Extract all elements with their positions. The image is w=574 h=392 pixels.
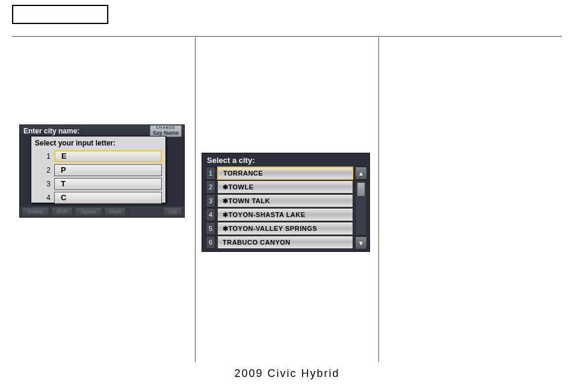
delete-button[interactable]: Delete: [22, 207, 49, 216]
horizontal-rule: [12, 36, 562, 37]
city-num: 2: [206, 180, 215, 194]
column-3: [378, 37, 562, 362]
input-letter-row[interactable]: 1 E: [35, 150, 162, 162]
top-box: [12, 5, 108, 24]
input-letter-popup: Select your input letter: 1 E 2 P 3 T 4 …: [31, 136, 166, 203]
city-cell[interactable]: ✱TOWN TALK: [217, 194, 353, 207]
ss2-title: Select a city:: [206, 155, 367, 167]
scroll-up-icon[interactable]: ▲: [355, 167, 367, 180]
say-name-button[interactable]: CHANGE Say Name: [150, 125, 182, 137]
input-letter-row[interactable]: 4 C: [35, 191, 162, 204]
column-2: Select a city: 1 TORRANCE 2 ✱TOWLE 3 ✱TO…: [195, 37, 378, 362]
city-row[interactable]: 5 ✱TOYON-VALLEY SPRINGS: [206, 222, 353, 235]
city-cell[interactable]: TORRANCE: [217, 167, 353, 180]
input-letter-cell[interactable]: P: [54, 164, 162, 176]
input-letter-num: 3: [35, 180, 54, 188]
input-letter-num: 4: [35, 194, 54, 202]
city-row[interactable]: 2 ✱TOWLE: [206, 180, 353, 194]
city-cell[interactable]: ✱TOYON-SHASTA LAKE: [217, 208, 353, 221]
ss1-title: Enter city name:: [23, 127, 79, 135]
scroll-down-icon[interactable]: ▼: [355, 236, 367, 250]
city-cell[interactable]: ✱TOYON-VALLEY SPRINGS: [217, 222, 353, 235]
shift-button[interactable]: Shift: [51, 207, 73, 216]
input-letter-cell[interactable]: T: [54, 178, 162, 190]
city-row[interactable]: 6 TRABUCO CANYON: [206, 236, 353, 249]
city-num: 4: [206, 208, 215, 221]
city-row[interactable]: 4 ✱TOYON-SHASTA LAKE: [206, 208, 353, 221]
input-letter-row[interactable]: 3 T: [35, 177, 162, 190]
scroll-thumb[interactable]: [357, 182, 365, 197]
input-letter-num: 2: [35, 166, 54, 174]
input-letter-cell[interactable]: C: [54, 192, 162, 204]
city-row[interactable]: 1 TORRANCE: [206, 167, 353, 180]
column-1: Enter city name: CHANGE Say Name Select …: [12, 37, 195, 362]
city-row[interactable]: 3 ✱TOWN TALK: [206, 194, 353, 207]
city-num: 3: [206, 194, 215, 207]
space-button[interactable]: Space: [75, 207, 102, 216]
columns: Enter city name: CHANGE Say Name Select …: [12, 37, 562, 362]
city-list: 1 TORRANCE 2 ✱TOWLE 3 ✱TOWN TALK 4 ✱TOYO…: [206, 167, 353, 250]
city-cell[interactable]: ✱TOWLE: [217, 180, 353, 194]
input-letter-row[interactable]: 2 P: [35, 164, 162, 176]
city-num: 5: [206, 222, 215, 235]
footer-label: 2009 Civic Hybrid: [0, 367, 574, 380]
nav-screenshot-select-city: Select a city: 1 TORRANCE 2 ✱TOWLE 3 ✱TO…: [202, 153, 370, 252]
list-button[interactable]: List: [163, 207, 182, 216]
ss1-bottombar: Delete Shift Space More List: [20, 206, 184, 217]
city-num: 6: [206, 236, 215, 249]
nav-screenshot-input-letter: Enter city name: CHANGE Say Name Select …: [19, 124, 185, 218]
input-letter-num: 1: [35, 152, 54, 161]
more-button[interactable]: More: [104, 207, 126, 216]
input-letter-cell[interactable]: E: [54, 150, 162, 162]
city-num: 1: [206, 167, 215, 180]
ss1-titlebar: Enter city name: CHANGE Say Name: [20, 125, 184, 136]
input-letter-popup-title: Select your input letter:: [35, 139, 162, 147]
city-cell[interactable]: TRABUCO CANYON: [217, 236, 353, 249]
scrollbar[interactable]: ▲ ▼: [355, 167, 367, 250]
scroll-track[interactable]: [355, 180, 367, 236]
ss2-body: 1 TORRANCE 2 ✱TOWLE 3 ✱TOWN TALK 4 ✱TOYO…: [206, 167, 367, 250]
